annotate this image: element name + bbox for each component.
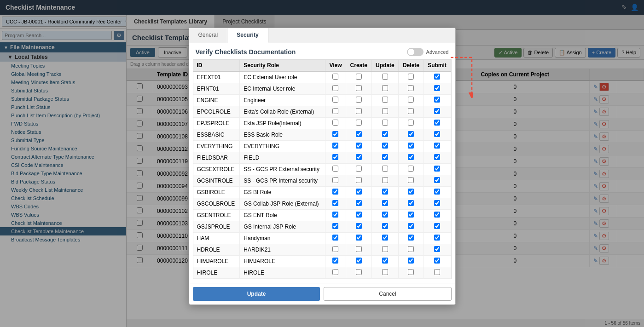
- update-checkbox[interactable]: [382, 131, 388, 137]
- sec-row-create[interactable]: [346, 198, 371, 210]
- sec-row-create[interactable]: [346, 83, 371, 95]
- sec-row-view[interactable]: [325, 129, 346, 141]
- sec-row-view[interactable]: [325, 164, 346, 175]
- update-checkbox[interactable]: [382, 258, 388, 264]
- submit-checkbox[interactable]: [434, 154, 440, 160]
- update-checkbox[interactable]: [382, 246, 388, 252]
- submit-checkbox[interactable]: [434, 108, 440, 114]
- view-checkbox[interactable]: [332, 235, 338, 241]
- sec-row-submit[interactable]: [424, 175, 451, 187]
- sec-row-view[interactable]: [325, 210, 346, 221]
- sec-row-update[interactable]: [371, 118, 399, 129]
- view-checkbox[interactable]: [332, 120, 338, 126]
- sec-row-submit[interactable]: [424, 83, 451, 95]
- update-checkbox[interactable]: [382, 154, 388, 160]
- view-checkbox[interactable]: [332, 189, 338, 195]
- delete-checkbox[interactable]: [408, 143, 414, 149]
- update-checkbox[interactable]: [382, 74, 388, 80]
- delete-checkbox[interactable]: [408, 154, 414, 160]
- submit-checkbox[interactable]: [434, 131, 440, 137]
- create-checkbox[interactable]: [356, 223, 362, 229]
- view-checkbox[interactable]: [332, 166, 338, 172]
- sec-row-create[interactable]: [346, 152, 371, 164]
- delete-checkbox[interactable]: [408, 258, 414, 264]
- sec-row-create[interactable]: [346, 106, 371, 118]
- modal-tab-general[interactable]: General: [189, 28, 228, 43]
- submit-checkbox[interactable]: [434, 258, 440, 264]
- cancel-button[interactable]: Cancel: [324, 287, 451, 301]
- sec-row-view[interactable]: [325, 187, 346, 198]
- submit-checkbox[interactable]: [434, 189, 440, 195]
- sec-row-create[interactable]: [346, 187, 371, 198]
- advanced-toggle[interactable]: [407, 48, 424, 56]
- sec-row-delete[interactable]: [399, 198, 424, 210]
- sec-row-update[interactable]: [371, 198, 399, 210]
- sec-row-submit[interactable]: [424, 129, 451, 141]
- sec-row-delete[interactable]: [399, 106, 424, 118]
- submit-checkbox[interactable]: [434, 74, 440, 80]
- sec-row-delete[interactable]: [399, 141, 424, 152]
- view-checkbox[interactable]: [332, 223, 338, 229]
- sec-row-create[interactable]: [346, 256, 371, 267]
- sec-row-view[interactable]: [325, 233, 346, 244]
- create-checkbox[interactable]: [356, 74, 362, 80]
- sec-row-delete[interactable]: [399, 256, 424, 267]
- create-checkbox[interactable]: [356, 269, 362, 275]
- view-checkbox[interactable]: [332, 212, 338, 218]
- sec-row-update[interactable]: [371, 221, 399, 233]
- delete-checkbox[interactable]: [408, 223, 414, 229]
- sec-row-submit[interactable]: [424, 164, 451, 175]
- sec-row-submit[interactable]: [424, 221, 451, 233]
- view-checkbox[interactable]: [332, 154, 338, 160]
- update-button[interactable]: Update: [193, 287, 320, 301]
- update-checkbox[interactable]: [382, 223, 388, 229]
- sec-row-view[interactable]: [325, 198, 346, 210]
- update-checkbox[interactable]: [382, 269, 388, 275]
- sec-row-create[interactable]: [346, 95, 371, 106]
- update-checkbox[interactable]: [382, 120, 388, 126]
- sec-row-submit[interactable]: [424, 244, 451, 256]
- delete-checkbox[interactable]: [408, 120, 414, 126]
- sec-row-create[interactable]: [346, 210, 371, 221]
- sec-row-view[interactable]: [325, 256, 346, 267]
- create-checkbox[interactable]: [356, 212, 362, 218]
- sec-row-submit[interactable]: [424, 95, 451, 106]
- submit-checkbox[interactable]: [434, 120, 440, 126]
- sec-row-view[interactable]: [325, 141, 346, 152]
- delete-checkbox[interactable]: [408, 108, 414, 114]
- create-checkbox[interactable]: [356, 177, 362, 183]
- submit-checkbox[interactable]: [434, 212, 440, 218]
- sec-row-submit[interactable]: [424, 118, 451, 129]
- delete-checkbox[interactable]: [408, 269, 414, 275]
- sec-row-delete[interactable]: [399, 118, 424, 129]
- view-checkbox[interactable]: [332, 177, 338, 183]
- sec-row-create[interactable]: [346, 118, 371, 129]
- create-checkbox[interactable]: [356, 154, 362, 160]
- delete-checkbox[interactable]: [408, 85, 414, 91]
- sec-row-create[interactable]: [346, 129, 371, 141]
- submit-checkbox[interactable]: [434, 85, 440, 91]
- view-checkbox[interactable]: [332, 97, 338, 103]
- sec-row-view[interactable]: [325, 71, 346, 83]
- sec-row-delete[interactable]: [399, 244, 424, 256]
- view-checkbox[interactable]: [332, 74, 338, 80]
- sec-row-view[interactable]: [325, 106, 346, 118]
- create-checkbox[interactable]: [356, 143, 362, 149]
- sec-col-delete[interactable]: Delete: [399, 60, 424, 71]
- delete-checkbox[interactable]: [408, 212, 414, 218]
- view-checkbox[interactable]: [332, 131, 338, 137]
- submit-checkbox[interactable]: [434, 177, 440, 183]
- submit-checkbox[interactable]: [434, 143, 440, 149]
- update-checkbox[interactable]: [382, 166, 388, 172]
- sec-row-create[interactable]: [346, 221, 371, 233]
- create-checkbox[interactable]: [356, 189, 362, 195]
- view-checkbox[interactable]: [332, 246, 338, 252]
- sec-row-create[interactable]: [346, 141, 371, 152]
- submit-checkbox[interactable]: [434, 200, 440, 206]
- sec-row-submit[interactable]: [424, 267, 451, 279]
- sec-row-view[interactable]: [325, 267, 346, 279]
- sec-row-delete[interactable]: [399, 267, 424, 279]
- sec-row-delete[interactable]: [399, 221, 424, 233]
- sec-row-submit[interactable]: [424, 233, 451, 244]
- sec-row-delete[interactable]: [399, 175, 424, 187]
